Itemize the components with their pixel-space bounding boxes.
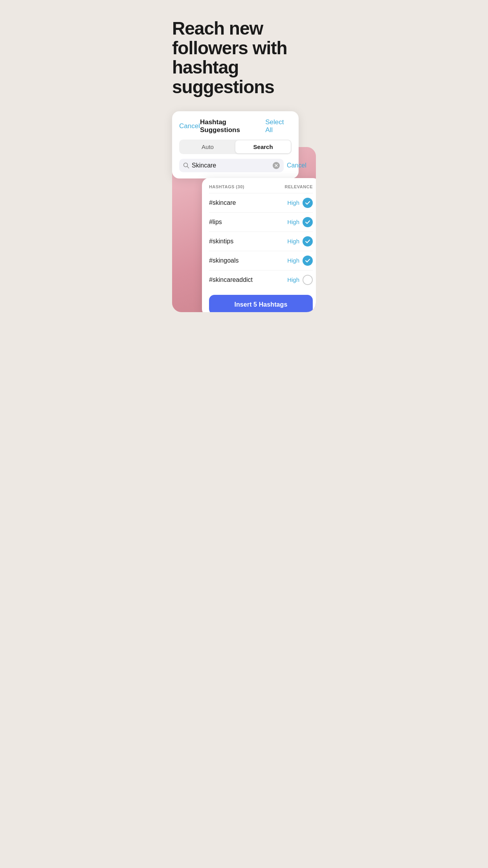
page-container: Reach new followers with hashtag suggest…	[163, 0, 325, 351]
search-cancel-button[interactable]: Cancel	[287, 162, 306, 169]
check-circle-empty[interactable]	[303, 275, 313, 285]
hashtag-text: #skingoals	[209, 257, 239, 264]
relevance-header-label: RELEVANCE	[284, 184, 313, 189]
hashtag-row[interactable]: #skintips High	[209, 232, 313, 251]
hashtag-row[interactable]: #lips High	[209, 212, 313, 232]
page-headline: Reach new followers with hashtag suggest…	[172, 19, 316, 97]
hashtag-row[interactable]: #skincare High	[209, 193, 313, 212]
toggle-tabs: Auto Search	[179, 140, 292, 154]
check-circle-selected[interactable]	[303, 217, 313, 227]
relevance-right: High	[287, 217, 313, 227]
clear-search-button[interactable]	[273, 162, 280, 169]
ui-demo-area: Cancel Hashtag Suggestions Select All Au…	[172, 111, 316, 312]
hashtag-results-card: HASHTAGS (30) RELEVANCE #skincare High #…	[202, 178, 316, 312]
hashtag-text: #lips	[209, 219, 222, 226]
relevance-value: High	[287, 276, 299, 283]
relevance-value: High	[287, 219, 299, 225]
hashtag-row[interactable]: #skincareaddict High	[209, 270, 313, 289]
relevance-value: High	[287, 238, 299, 245]
hashtag-text: #skincareaddict	[209, 276, 253, 283]
search-input[interactable]	[192, 162, 270, 169]
search-input-wrap	[179, 159, 284, 172]
hashtag-text: #skincare	[209, 199, 236, 206]
tab-auto[interactable]: Auto	[180, 140, 235, 153]
relevance-right: High	[287, 198, 313, 208]
search-row: Cancel	[179, 159, 292, 172]
check-circle-selected[interactable]	[303, 256, 313, 266]
svg-line-1	[187, 166, 189, 168]
search-icon	[183, 162, 189, 169]
relevance-value: High	[287, 257, 299, 264]
suggestion-modal: Cancel Hashtag Suggestions Select All Au…	[172, 111, 299, 178]
relevance-right: High	[287, 275, 313, 285]
relevance-value: High	[287, 199, 299, 206]
check-circle-selected[interactable]	[303, 236, 313, 246]
check-circle-selected[interactable]	[303, 198, 313, 208]
hashtag-text: #skintips	[209, 238, 233, 245]
relevance-right: High	[287, 236, 313, 246]
modal-title: Hashtag Suggestions	[200, 118, 265, 134]
insert-hashtags-button[interactable]: Insert 5 Hashtags	[209, 295, 313, 312]
relevance-right: High	[287, 256, 313, 266]
select-all-button[interactable]: Select All	[265, 118, 292, 134]
results-count-label: HASHTAGS (30)	[209, 184, 244, 189]
modal-cancel-button[interactable]: Cancel	[179, 122, 200, 130]
hashtag-row[interactable]: #skingoals High	[209, 251, 313, 270]
results-header: HASHTAGS (30) RELEVANCE	[209, 184, 313, 189]
tab-search[interactable]: Search	[235, 140, 291, 153]
modal-header: Cancel Hashtag Suggestions Select All	[179, 118, 292, 134]
